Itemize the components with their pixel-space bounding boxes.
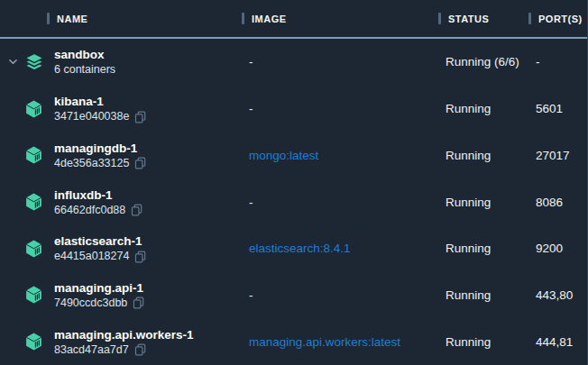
column-header-status[interactable]: STATUS bbox=[438, 13, 528, 24]
copy-icon[interactable] bbox=[133, 297, 144, 309]
container-name: elasticsearch-1 bbox=[54, 233, 242, 249]
container-rows: sandbox 6 containers - Running (6/6) - bbox=[0, 39, 587, 365]
table-row[interactable]: kibana-1 3471e040038e - Running 5601 bbox=[0, 86, 587, 132]
container-subtext: 6 containers bbox=[54, 62, 115, 77]
copy-icon[interactable] bbox=[134, 157, 146, 169]
image-link[interactable]: elasticsearch:8.4.1 bbox=[249, 242, 351, 255]
status-text: Running (6/6) bbox=[438, 55, 528, 68]
column-header-image[interactable]: IMAGE bbox=[242, 13, 438, 24]
status-text: Running bbox=[438, 288, 528, 302]
table-row[interactable]: managingdb-1 4de356a33125 mongo:latest R… bbox=[0, 132, 587, 178]
container-name: managingdb-1 bbox=[54, 141, 242, 156]
container-subtext: 66462dfc0d88 bbox=[54, 203, 125, 217]
chevron-down-icon[interactable] bbox=[8, 57, 18, 67]
container-icon bbox=[24, 99, 43, 119]
image-link: - bbox=[249, 102, 253, 115]
column-header-ports[interactable]: PORT(S) bbox=[528, 13, 587, 24]
ports-text: 5601 bbox=[528, 102, 587, 115]
status-text: Running bbox=[438, 242, 528, 255]
column-divider bbox=[528, 13, 531, 24]
container-name: managing.api-1 bbox=[54, 280, 242, 296]
ports-text: 8086 bbox=[528, 196, 587, 209]
column-header-name[interactable]: NAME bbox=[47, 13, 242, 24]
status-text: Running bbox=[438, 102, 528, 115]
ports-text: - bbox=[528, 55, 587, 68]
container-subtext: 7490ccdc3dbb bbox=[54, 296, 127, 310]
container-icon bbox=[24, 285, 43, 305]
container-name: sandbox bbox=[54, 47, 242, 62]
container-icon bbox=[24, 145, 43, 165]
table-row[interactable]: elasticsearch-1 e4415a018274 elasticsear… bbox=[0, 225, 587, 272]
status-text: Running bbox=[438, 335, 528, 349]
column-divider bbox=[47, 13, 50, 24]
container-name: managing.api.workers-1 bbox=[54, 327, 242, 342]
image-link: - bbox=[249, 288, 253, 302]
ports-text: 443,80 bbox=[528, 288, 587, 302]
table-header: NAME IMAGE STATUS PORT(S) bbox=[0, 0, 587, 39]
ports-text: 444,81 bbox=[528, 335, 587, 349]
table-row[interactable]: managing.api-1 7490ccdc3dbb - Running 44… bbox=[0, 272, 587, 319]
container-subtext: e4415a018274 bbox=[54, 249, 129, 263]
container-name: kibana-1 bbox=[54, 94, 242, 109]
table-row[interactable]: sandbox 6 containers - Running (6/6) - bbox=[0, 39, 587, 86]
table-row[interactable]: influxdb-1 66462dfc0d88 - Running 8086 bbox=[0, 178, 587, 225]
copy-icon[interactable] bbox=[134, 251, 146, 263]
container-subtext: 4de356a33125 bbox=[54, 156, 129, 170]
column-divider bbox=[438, 13, 441, 24]
copy-icon[interactable] bbox=[134, 343, 146, 356]
container-icon bbox=[24, 192, 43, 212]
containers-table: NAME IMAGE STATUS PORT(S) bbox=[0, 0, 588, 365]
container-name: influxdb-1 bbox=[54, 187, 242, 203]
column-divider bbox=[242, 13, 244, 24]
status-text: Running bbox=[438, 149, 528, 162]
image-link: - bbox=[249, 196, 253, 209]
column-label: NAME bbox=[57, 14, 87, 24]
container-subtext: 3471e040038e bbox=[54, 109, 129, 123]
image-link[interactable]: managing.api.workers:latest bbox=[249, 335, 400, 349]
container-subtext: 83acd47aa7d7 bbox=[54, 342, 129, 357]
status-text: Running bbox=[438, 196, 528, 209]
column-label: PORT(S) bbox=[538, 14, 583, 24]
column-label: IMAGE bbox=[252, 14, 287, 24]
container-icon bbox=[24, 239, 43, 259]
container-icon bbox=[24, 332, 43, 351]
table-row[interactable]: managing.api.workers-1 83acd47aa7d7 mana… bbox=[0, 318, 587, 365]
copy-icon[interactable] bbox=[131, 204, 142, 216]
column-label: STATUS bbox=[448, 14, 489, 24]
image-link: - bbox=[249, 55, 253, 68]
stack-icon bbox=[24, 52, 44, 72]
image-link[interactable]: mongo:latest bbox=[249, 149, 318, 162]
ports-text: 9200 bbox=[528, 242, 587, 255]
copy-icon[interactable] bbox=[134, 111, 146, 123]
ports-text: 27017 bbox=[528, 149, 587, 162]
